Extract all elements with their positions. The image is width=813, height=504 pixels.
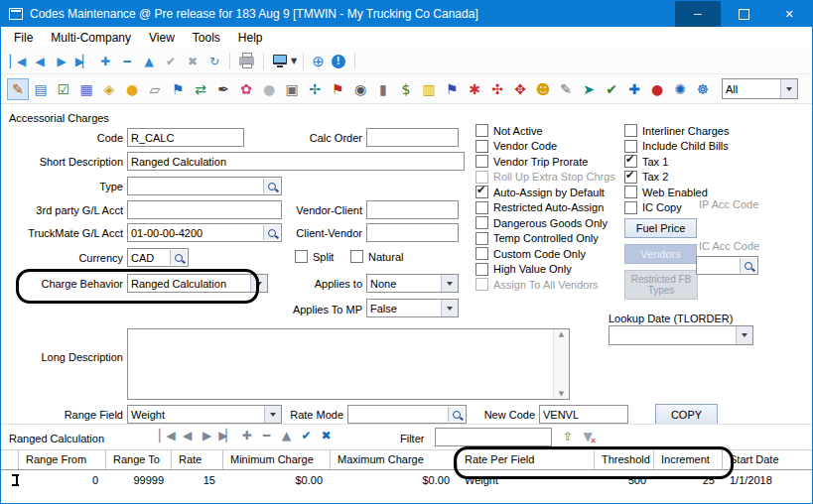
scope-select[interactable]: All <box>722 78 798 99</box>
new-code-input[interactable] <box>540 406 627 423</box>
checkbox-assign-all-vendors[interactable]: Assign To All Vendors <box>475 278 615 291</box>
insert-record-icon[interactable]: ✚ <box>94 52 114 71</box>
detail-delete-icon[interactable]: ━ <box>256 427 275 444</box>
checkbox-tax-2[interactable]: Tax 2 <box>624 171 729 184</box>
checkbox-temp-controlled-only[interactable]: Temp Controlled Only <box>475 232 615 245</box>
scroll-up-icon[interactable]: ▲ <box>559 330 564 338</box>
flag-red-icon[interactable]: ⚑ <box>327 78 348 100</box>
checkbox-tax-1[interactable]: Tax 1 <box>624 155 729 168</box>
type-input[interactable] <box>128 178 281 194</box>
grid-column-maximum-charge[interactable]: Maximum Charge <box>331 450 458 469</box>
detail-cancel-icon[interactable]: ✖ <box>316 427 335 444</box>
grid-column-start-date[interactable]: Start Date <box>723 450 813 469</box>
delete-record-icon[interactable]: ━ <box>116 52 136 71</box>
calc-order-input[interactable] <box>367 129 458 146</box>
camera-icon[interactable]: ◉ <box>349 78 371 100</box>
checkbox-split[interactable]: Split <box>295 250 334 263</box>
checkbox-web-enabled[interactable]: Web Enabled <box>624 186 729 198</box>
grid-column-rate-per-field[interactable]: Rate Per Field <box>458 450 595 469</box>
rate-mode-lookup-button[interactable] <box>448 407 465 422</box>
cell-threshold[interactable]: 500 <box>595 474 654 486</box>
cell-range-to[interactable]: 99999 <box>106 474 172 486</box>
grid-column-range-to[interactable]: Range To <box>106 450 172 469</box>
minimize-button[interactable]: ─ <box>675 1 721 27</box>
grid-icon[interactable]: ▦ <box>75 78 97 100</box>
cell-rate-per-field[interactable]: Weight <box>458 474 595 486</box>
checkbox-roll-up-extra-stop[interactable]: Roll Up Extra Stop Chrgs <box>475 171 615 184</box>
cell-range-from[interactable]: 0 <box>19 474 106 486</box>
type-field[interactable] <box>127 177 282 195</box>
cell-minimum-charge[interactable]: $0.00 <box>223 474 331 486</box>
ic-acc-code-lookup-button[interactable] <box>740 258 756 273</box>
chevron-down-icon[interactable] <box>780 79 797 98</box>
tools-icon[interactable]: ✚ <box>623 78 645 100</box>
code-field[interactable] <box>127 128 244 147</box>
cell-start-date[interactable]: 1/1/2018 <box>723 474 813 486</box>
workstation-dropdown-icon[interactable]: ▼ <box>291 57 297 65</box>
new-code-field[interactable] <box>539 405 628 424</box>
flag-blue-icon[interactable]: ⚑ <box>167 78 189 100</box>
print-icon[interactable] <box>239 57 254 65</box>
maximize-button[interactable] <box>721 1 766 27</box>
lookup-date-select[interactable] <box>609 325 753 345</box>
detail-last-icon[interactable]: ▶▏ <box>216 427 235 444</box>
detail-prior-icon[interactable]: ◀ <box>177 427 196 444</box>
edit-doc-icon[interactable]: ✎ <box>555 78 577 100</box>
filter-apply-icon[interactable]: ⇧ <box>559 428 577 445</box>
filter-input[interactable] <box>436 429 551 445</box>
third-party-gl-field[interactable] <box>127 200 282 219</box>
cancel-edit-icon[interactable]: ✖ <box>182 52 202 71</box>
calc-order-field[interactable] <box>366 128 459 147</box>
vendor-client-field[interactable] <box>366 200 459 219</box>
grid-column-threshold[interactable]: Threshold <box>595 450 654 469</box>
long-description-field[interactable]: ▲ ▼ <box>127 328 570 400</box>
wheel-icon[interactable]: ☸ <box>692 78 714 100</box>
checkbox-not-active[interactable]: Not Active <box>475 124 615 137</box>
cubes-icon[interactable]: ✣ <box>486 78 508 100</box>
close-button[interactable]: ✕ <box>766 1 812 27</box>
vendors-button[interactable]: Vendors <box>624 244 697 264</box>
menu-file[interactable]: File <box>5 31 42 45</box>
coin-icon[interactable]: ● <box>121 78 143 100</box>
nav-last-icon[interactable]: ▶▏ <box>72 52 92 71</box>
go-arrow-icon[interactable]: ➤ <box>578 78 600 100</box>
grid-column-range-from[interactable]: Range From <box>19 450 106 469</box>
post-edit-icon[interactable]: ✔ <box>160 52 180 71</box>
charge-behavior-select[interactable]: Ranged Calculation <box>127 274 268 293</box>
cell-increment[interactable]: 25 <box>654 474 723 486</box>
codes-edit-icon[interactable]: ✎ <box>7 78 29 100</box>
cell-rate[interactable]: 15 <box>172 474 223 486</box>
grid-column-minimum-charge[interactable]: Minimum Charge <box>223 450 331 469</box>
fan-icon[interactable]: ✺ <box>669 78 691 100</box>
chevron-down-icon[interactable] <box>441 275 458 292</box>
fuel-price-button[interactable]: Fuel Price <box>624 218 697 238</box>
ic-acc-code-field[interactable] <box>696 256 758 275</box>
code-input[interactable] <box>128 129 243 146</box>
edit-record-icon[interactable]: ▲ <box>138 52 158 71</box>
refresh-icon[interactable]: ↻ <box>203 52 223 71</box>
workstation-icon[interactable] <box>273 55 287 64</box>
chevron-down-icon[interactable] <box>264 406 281 423</box>
ribbon-icon[interactable]: ✿ <box>235 78 257 100</box>
nav-prior-icon[interactable]: ◀ <box>29 52 49 71</box>
checkbox-custom-code-only[interactable]: Custom Code Only <box>475 247 615 260</box>
detail-next-icon[interactable]: ▶ <box>197 427 215 444</box>
grid-row[interactable]: 0 99999 15 $0.00 $0.00 Weight 500 25 1/1… <box>1 470 813 489</box>
info-icon[interactable]: ! <box>332 55 345 68</box>
chevron-down-icon[interactable] <box>250 275 267 292</box>
checkbox-interliner-charges[interactable]: Interliner Charges <box>624 124 729 137</box>
checkbox-include-child-bills[interactable]: Include Child Bills <box>624 140 729 153</box>
filter-field[interactable] <box>435 428 552 446</box>
dollar-icon[interactable]: $ <box>395 78 417 100</box>
detail-post-icon[interactable]: ✔ <box>296 427 315 444</box>
menu-view[interactable]: View <box>140 31 184 45</box>
grid-column-rate[interactable]: Rate <box>172 450 223 469</box>
checkbox-restricted-auto-assign[interactable]: Restricted Auto-Assign <box>475 201 615 214</box>
scroll-down-icon[interactable]: ▼ <box>559 390 564 398</box>
cubes-alt-icon[interactable]: ✥ <box>509 78 531 100</box>
checklist-icon[interactable]: ☑ <box>53 78 74 100</box>
copy-button[interactable]: COPY <box>655 404 718 425</box>
third-party-gl-input[interactable] <box>128 201 281 218</box>
currency-lookup-button[interactable] <box>170 250 187 265</box>
truckmate-gl-field[interactable] <box>127 223 282 242</box>
